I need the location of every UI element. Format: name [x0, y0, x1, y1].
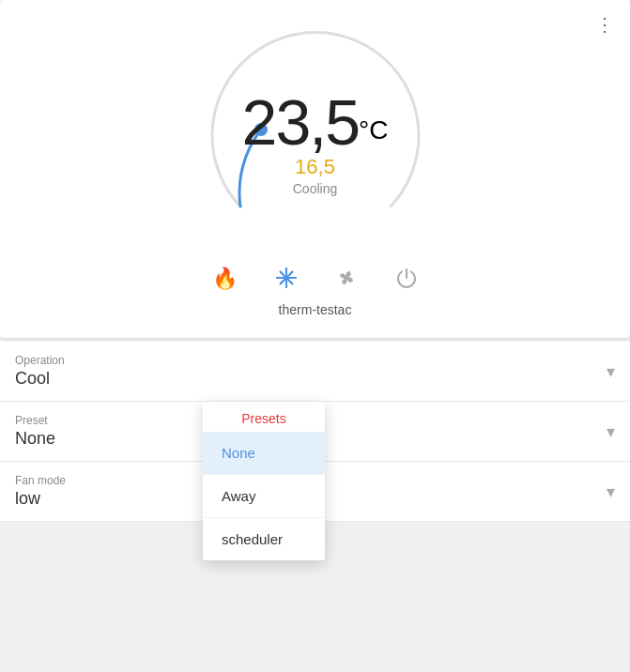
fan-icon[interactable] [335, 267, 358, 295]
power-icon[interactable] [395, 267, 418, 295]
svg-line-6 [281, 272, 284, 275]
preset-option-away[interactable]: Away [203, 475, 325, 518]
operation-label: Operation [15, 354, 65, 367]
preset-chevron-icon: ▾ [607, 421, 615, 442]
svg-line-7 [290, 282, 293, 284]
settings-panel: Operation Cool ▾ Preset None ▾ Presets N… [0, 342, 630, 522]
operation-row[interactable]: Operation Cool ▾ [0, 342, 630, 402]
flame-icon[interactable]: 🔥 [212, 267, 238, 295]
dropdown-title: Presets [203, 402, 325, 432]
fan-chevron-icon: ▾ [607, 481, 615, 502]
mode-label: Cooling [242, 181, 389, 196]
device-name: therm-testac [19, 302, 611, 323]
temp-display: 23,5°C [242, 85, 389, 159]
preset-label: Preset [15, 414, 55, 427]
fan-mode-label: Fan mode [15, 474, 66, 487]
presets-dropdown: Presets None Away scheduler [203, 402, 325, 560]
svg-line-9 [281, 282, 284, 284]
preset-option-scheduler[interactable]: scheduler [203, 518, 325, 560]
svg-point-1 [284, 276, 288, 280]
dial-wrapper: 23,5°C 16,5 Cooling [193, 28, 438, 253]
controls-row: 🔥 [19, 267, 611, 295]
main-temperature: 23,5 [242, 86, 359, 158]
more-menu-icon[interactable]: ⋮ [595, 13, 615, 36]
snowflake-icon[interactable] [275, 267, 298, 295]
preset-value: None [15, 429, 55, 449]
operation-chevron-icon: ▾ [607, 361, 615, 382]
preset-row[interactable]: Preset None ▾ Presets None Away schedule… [0, 402, 630, 462]
operation-value: Cool [15, 369, 65, 389]
dial-container: 23,5°C 16,5 Cooling [19, 28, 611, 253]
degree-unit: °C [359, 115, 388, 145]
temp-overlay: 23,5°C 16,5 Cooling [242, 85, 389, 196]
thermostat-card: ⋮ 23,5°C 16,5 Cooling 🔥 [0, 0, 630, 338]
svg-line-8 [290, 272, 293, 275]
fan-mode-value: low [15, 489, 66, 509]
preset-option-none[interactable]: None [203, 432, 325, 475]
